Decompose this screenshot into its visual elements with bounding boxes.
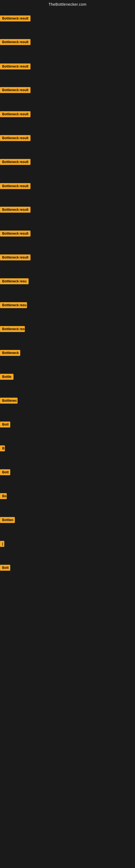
- bottleneck-badge: Bottleneck resu: [0, 302, 27, 308]
- bottleneck-badge: Bottleneck result: [0, 63, 31, 69]
- bottleneck-result-item[interactable]: Bottleneck result: [0, 39, 31, 46]
- bottleneck-badge: Bottlenec: [0, 398, 17, 404]
- bottleneck-result-item[interactable]: Bottleneck result: [0, 254, 31, 261]
- bottleneck-result-item[interactable]: Bottleneck result: [0, 159, 31, 166]
- bottleneck-result-item[interactable]: Bottlen: [0, 517, 15, 524]
- bottleneck-result-item[interactable]: Bottle: [0, 374, 13, 381]
- bottleneck-badge: Bottleneck result: [0, 87, 31, 93]
- bottleneck-result-item[interactable]: Bott: [0, 422, 10, 429]
- bottleneck-result-item[interactable]: Bott: [0, 565, 10, 572]
- bottleneck-badge: Bottleneck resu: [0, 278, 29, 284]
- bottleneck-badge: Bott: [0, 469, 10, 475]
- bottleneck-result-item[interactable]: Bottleneck result: [0, 183, 31, 190]
- bottleneck-result-item[interactable]: |: [0, 541, 4, 548]
- bottleneck-result-item[interactable]: Bottleneck result: [0, 111, 31, 118]
- bottleneck-badge: Bo: [0, 493, 7, 499]
- bottleneck-badge: Bottleneck result: [0, 207, 31, 213]
- bottleneck-badge: |: [0, 541, 4, 547]
- bottleneck-badge: Bottleneck result: [0, 159, 31, 165]
- bottleneck-badge: Bottleneck result: [0, 183, 31, 189]
- bottleneck-badge: Bottleneck result: [0, 230, 31, 237]
- bottleneck-badge: Bottleneck result: [0, 16, 31, 22]
- bottleneck-badge: Bottlen: [0, 517, 15, 523]
- bottleneck-result-item[interactable]: Bottleneck result: [0, 16, 31, 23]
- bottleneck-badge: Bottleneck result: [0, 254, 31, 260]
- bottleneck-result-item[interactable]: Bottleneck result: [0, 87, 31, 94]
- bottleneck-result-item[interactable]: Bottleneck result: [0, 207, 31, 214]
- bottleneck-result-item[interactable]: Bottleneck result: [0, 135, 31, 142]
- bottleneck-result-item[interactable]: Bottleneck result: [0, 230, 31, 238]
- bottleneck-badge: Bott: [0, 565, 10, 571]
- bottleneck-badge: Bottleneck: [0, 350, 20, 356]
- bottleneck-badge: Bottleneck result: [0, 135, 31, 141]
- site-title: TheBottlenecker.com: [0, 0, 135, 8]
- bottleneck-badge: Bottleneck result: [0, 111, 31, 117]
- bottleneck-result-item[interactable]: Bottleneck resu: [0, 302, 27, 309]
- bottleneck-result-item[interactable]: Bo: [0, 493, 7, 500]
- bottleneck-result-item[interactable]: Bottlenec: [0, 398, 17, 405]
- bottleneck-result-item[interactable]: B: [0, 445, 5, 453]
- bottleneck-badge: B: [0, 445, 5, 452]
- bottleneck-result-item[interactable]: Bottleneck resu: [0, 278, 29, 285]
- bottleneck-result-item[interactable]: Bottleneck result: [0, 63, 31, 70]
- bottleneck-result-item[interactable]: Bottleneck resu: [0, 326, 25, 333]
- bottleneck-badge: Bott: [0, 422, 10, 428]
- bottleneck-result-item[interactable]: Bott: [0, 469, 10, 476]
- bottleneck-result-item[interactable]: Bottleneck: [0, 350, 20, 357]
- bottleneck-badge: Bottleneck result: [0, 39, 31, 45]
- bottleneck-badge: Bottleneck resu: [0, 326, 25, 332]
- bottleneck-badge: Bottle: [0, 374, 13, 380]
